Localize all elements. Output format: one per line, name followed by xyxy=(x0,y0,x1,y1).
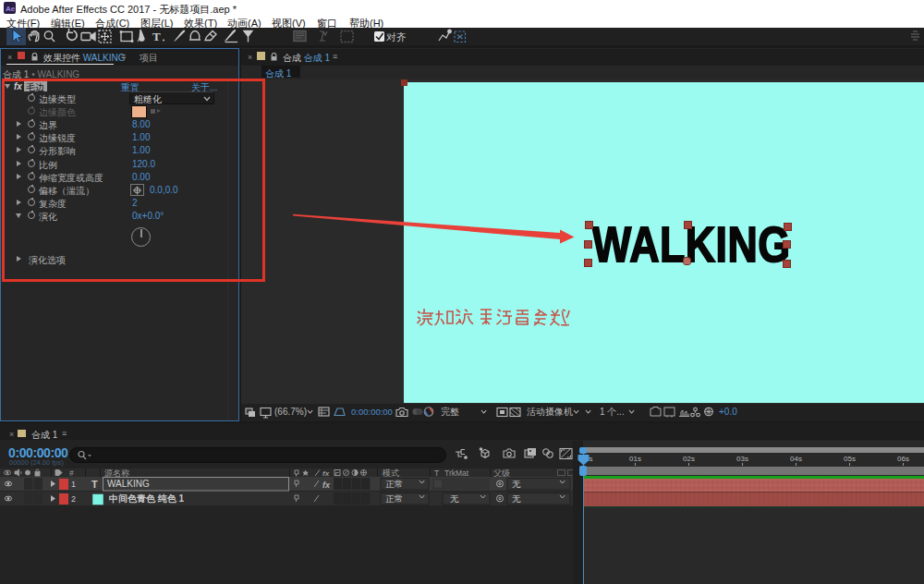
svg-text:1: 1 xyxy=(71,480,76,489)
svg-text:源名称: 源名称 xyxy=(104,468,129,477)
svg-text:fx: fx xyxy=(322,481,331,490)
svg-text:WALKING: WALKING xyxy=(107,479,150,489)
svg-text:无: 无 xyxy=(512,479,521,489)
svg-text:#: # xyxy=(69,468,74,477)
svg-text:父级: 父级 xyxy=(493,468,510,477)
svg-text:对齐: 对齐 xyxy=(386,31,407,43)
svg-text:T: T xyxy=(152,30,161,43)
svg-text:模式: 模式 xyxy=(382,468,399,477)
svg-text:fx: fx xyxy=(322,469,330,477)
svg-text:TrkMat: TrkMat xyxy=(444,468,469,477)
svg-text:无: 无 xyxy=(512,493,521,504)
svg-text:(66.7%): (66.7%) xyxy=(274,407,307,417)
svg-text:活动摄像机: 活动摄像机 xyxy=(527,407,573,417)
svg-text:完整: 完整 xyxy=(441,407,459,417)
svg-text:T: T xyxy=(434,468,439,477)
svg-text:0:00:00:00: 0:00:00:00 xyxy=(351,407,393,417)
svg-text:正常: 正常 xyxy=(385,479,403,489)
svg-text:中间色青色 纯色 1: 中间色青色 纯色 1 xyxy=(109,493,185,504)
svg-text:无: 无 xyxy=(450,493,459,504)
svg-text:1 个...: 1 个... xyxy=(600,407,625,417)
svg-text:+0.0: +0.0 xyxy=(719,407,737,417)
svg-text:2: 2 xyxy=(71,494,76,504)
svg-text:正常: 正常 xyxy=(385,493,403,504)
svg-text:T: T xyxy=(91,479,98,490)
